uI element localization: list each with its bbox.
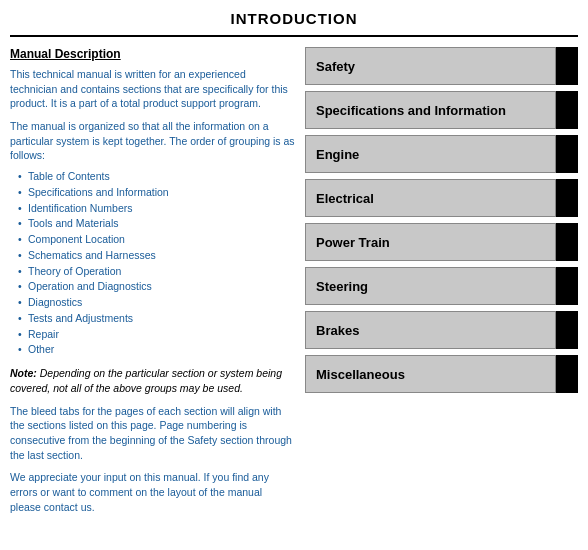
nav-black-bar — [556, 355, 578, 393]
nav-item[interactable]: Brakes — [305, 311, 578, 349]
appreciate-text: We appreciate your input on this manual.… — [10, 470, 295, 514]
bullet-item: Operation and Diagnostics — [18, 279, 295, 295]
nav-item-label: Brakes — [305, 311, 556, 349]
bullet-item: Diagnostics — [18, 295, 295, 311]
bullet-item: Other — [18, 342, 295, 358]
nav-item[interactable]: Safety — [305, 47, 578, 85]
right-column: SafetySpecifications and InformationEngi… — [305, 47, 578, 514]
nav-black-bar — [556, 179, 578, 217]
bullet-item: Tests and Adjustments — [18, 311, 295, 327]
bullet-item: Repair — [18, 327, 295, 343]
nav-item-label: Safety — [305, 47, 556, 85]
note-text: Note: Depending on the particular sectio… — [10, 366, 295, 395]
nav-item[interactable]: Power Train — [305, 223, 578, 261]
left-column: Manual Description This technical manual… — [10, 47, 295, 514]
nav-item-label: Electrical — [305, 179, 556, 217]
bullet-item: Schematics and Harnesses — [18, 248, 295, 264]
bullet-item: Specifications and Information — [18, 185, 295, 201]
intro-paragraph-2: The manual is organized so that all the … — [10, 119, 295, 163]
intro-paragraph-1: This technical manual is written for an … — [10, 67, 295, 111]
bullet-item: Theory of Operation — [18, 264, 295, 280]
bullet-item: Tools and Materials — [18, 216, 295, 232]
nav-black-bar — [556, 135, 578, 173]
section-title: Manual Description — [10, 47, 295, 61]
bleed-text: The bleed tabs for the pages of each sec… — [10, 404, 295, 463]
nav-black-bar — [556, 267, 578, 305]
bullet-list: Table of ContentsSpecifications and Info… — [18, 169, 295, 358]
nav-item-label: Miscellaneous — [305, 355, 556, 393]
nav-item[interactable]: Specifications and Information — [305, 91, 578, 129]
nav-item[interactable]: Engine — [305, 135, 578, 173]
nav-black-bar — [556, 47, 578, 85]
nav-black-bar — [556, 91, 578, 129]
nav-black-bar — [556, 223, 578, 261]
nav-item[interactable]: Steering — [305, 267, 578, 305]
bullet-item: Table of Contents — [18, 169, 295, 185]
nav-item[interactable]: Electrical — [305, 179, 578, 217]
nav-item-label: Steering — [305, 267, 556, 305]
bullet-item: Component Location — [18, 232, 295, 248]
main-container: Manual Description This technical manual… — [0, 37, 588, 524]
bullet-item: Identification Numbers — [18, 201, 295, 217]
page-title: INTRODUCTION — [0, 0, 588, 35]
nav-item-label: Power Train — [305, 223, 556, 261]
nav-item[interactable]: Miscellaneous — [305, 355, 578, 393]
nav-item-label: Specifications and Information — [305, 91, 556, 129]
nav-black-bar — [556, 311, 578, 349]
nav-item-label: Engine — [305, 135, 556, 173]
